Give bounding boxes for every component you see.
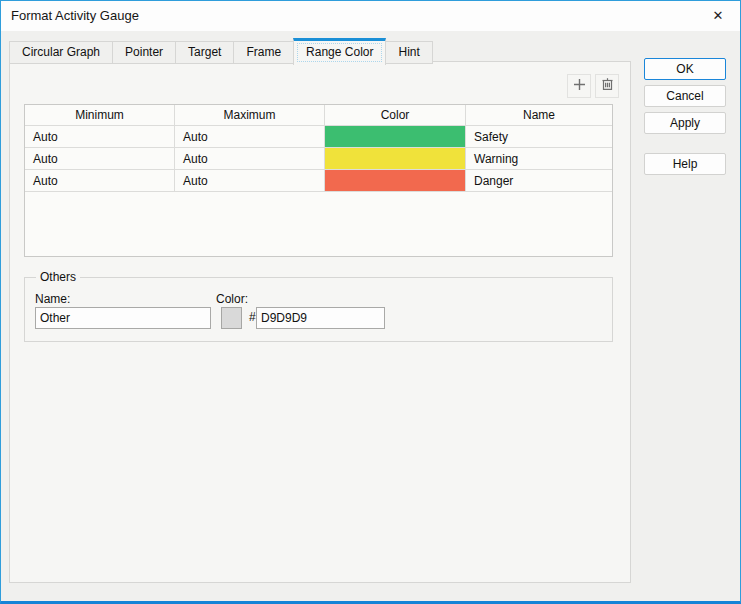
apply-button[interactable]: Apply [644,112,726,134]
dialog-title: Format Activity Gauge [11,8,139,23]
maximum-value[interactable]: Auto [175,126,325,147]
other-name-label: Name: [35,292,70,306]
plus-icon [572,77,587,95]
tab-range-color[interactable]: Range Color [293,38,386,65]
other-color-label: Color: [216,292,248,306]
help-button[interactable]: Help [644,153,726,175]
title-bar: Format Activity Gauge ✕ [1,1,740,31]
range-color-table: Minimum Maximum Color Name Auto Auto Saf… [24,104,613,257]
table-header-row: Minimum Maximum Color Name [25,105,612,126]
tab-bar: Circular Graph Pointer Target Frame Rang… [9,38,433,64]
minimum-value[interactable]: Auto [25,170,175,191]
other-color-swatch[interactable] [221,307,242,329]
range-color-panel: Minimum Maximum Color Name Auto Auto Saf… [9,61,631,583]
format-activity-gauge-dialog: Format Activity Gauge ✕ Circular Graph P… [0,0,741,604]
maximum-value[interactable]: Auto [175,148,325,169]
tab-hint[interactable]: Hint [385,41,432,64]
range-name-value[interactable]: Warning [466,148,612,169]
color-swatch-danger[interactable] [325,170,466,191]
table-row-warning[interactable]: Auto Auto Warning [25,148,612,170]
color-swatch-safety[interactable] [325,126,466,147]
table-row-danger[interactable]: Auto Auto Danger [25,170,612,192]
column-header-color: Color [325,105,466,125]
table-toolbar [567,74,619,98]
range-name-value[interactable]: Danger [466,170,612,191]
add-range-button[interactable] [567,74,591,98]
minimum-value[interactable]: Auto [25,126,175,147]
column-header-minimum: Minimum [25,105,175,125]
others-group: Others Name: Color: # [24,277,613,342]
range-name-value[interactable]: Safety [466,126,612,147]
others-group-legend: Others [36,270,80,284]
color-swatch-warning[interactable] [325,148,466,169]
tab-frame[interactable]: Frame [233,41,294,64]
hex-prefix: # [249,310,256,324]
column-header-name: Name [466,105,612,125]
cancel-button[interactable]: Cancel [644,85,726,107]
table-row-safety[interactable]: Auto Auto Safety [25,126,612,148]
tab-target[interactable]: Target [175,41,234,64]
ok-button[interactable]: OK [644,58,726,80]
delete-range-button[interactable] [595,74,619,98]
trash-icon [600,77,615,95]
tab-pointer[interactable]: Pointer [112,41,176,64]
maximum-value[interactable]: Auto [175,170,325,191]
column-header-maximum: Maximum [175,105,325,125]
other-name-input[interactable] [35,307,211,329]
other-color-hex-input[interactable] [256,307,385,329]
close-icon[interactable]: ✕ [709,7,727,25]
tab-circular-graph[interactable]: Circular Graph [9,41,113,64]
minimum-value[interactable]: Auto [25,148,175,169]
